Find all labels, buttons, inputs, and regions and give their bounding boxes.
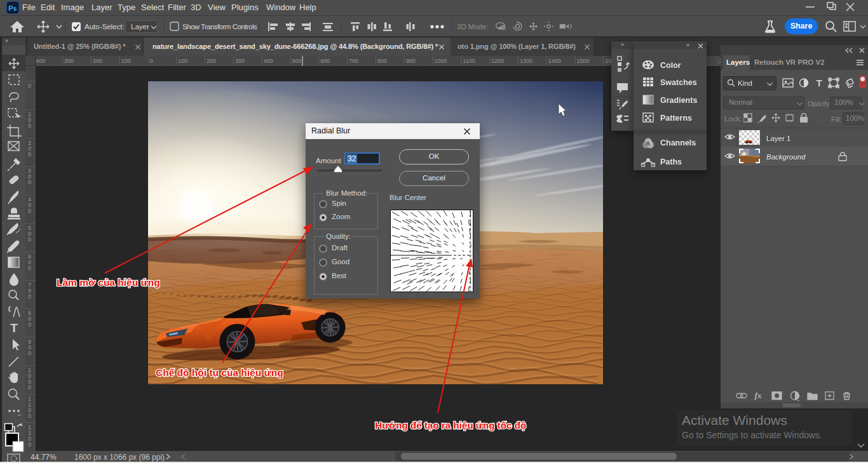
svg-text:Chế độ hội tụ của hiệu ứng: Chế độ hội tụ của hiệu ứng bbox=[156, 367, 283, 378]
svg-text:Hướng để tạo ra hiệu ứng tốc đ: Hướng để tạo ra hiệu ứng tốc độ bbox=[375, 420, 526, 431]
svg-text:Làm mờ của hiệu ứng: Làm mờ của hiệu ứng bbox=[57, 277, 160, 288]
